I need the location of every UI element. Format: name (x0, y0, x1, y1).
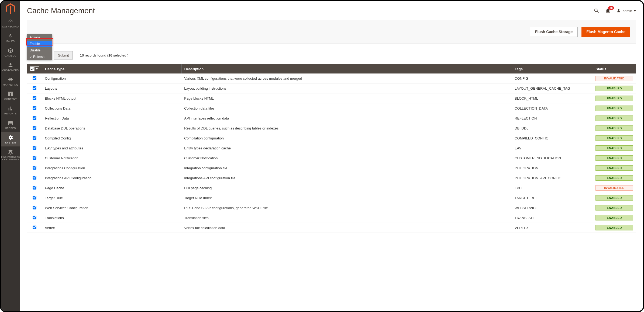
sidebar-item-sales[interactable]: SALES (1, 30, 20, 45)
table-row: LayoutsLayout building instructionsLAYOU… (27, 83, 636, 93)
main-content: Cache Management 38 admin Flush Cache St… (20, 1, 643, 311)
cell-cache-type: Database DDL operations (42, 123, 182, 133)
records-found-text: 16 records found (16 selected ) (80, 53, 128, 57)
submit-button[interactable]: Submit (54, 51, 73, 59)
cell-description: Layout building instructions (181, 83, 512, 93)
cell-description: Page blocks HTML (181, 93, 512, 103)
sidebar-label: MARKETING (3, 84, 18, 86)
sidebar-item-system[interactable]: SYSTEM (1, 132, 20, 146)
cell-tags: COMPILED_CONFIG (512, 133, 593, 143)
row-checkbox[interactable] (33, 196, 36, 199)
cell-cache-type: Vertex (42, 223, 182, 233)
cell-description: API interfaces reflection data (181, 113, 512, 123)
row-checkbox[interactable] (33, 206, 36, 209)
flush-cache-storage-button[interactable]: Flush Cache Storage (530, 27, 578, 37)
row-checkbox[interactable] (33, 226, 36, 229)
chart-icon (8, 106, 13, 111)
row-checkbox[interactable] (33, 106, 36, 110)
cell-description: Vertex tax calculation data (181, 223, 512, 233)
cell-description: Integration configuration file (181, 163, 512, 173)
cell-cache-type: Blocks HTML output (42, 93, 182, 103)
notification-badge: 38 (608, 6, 614, 10)
row-checkbox[interactable] (33, 136, 36, 140)
notifications-icon[interactable]: 38 (605, 8, 611, 14)
row-checkbox[interactable] (33, 166, 36, 170)
search-icon[interactable] (594, 8, 600, 14)
row-checkbox[interactable] (33, 176, 36, 180)
status-badge: ENABLED (595, 86, 633, 91)
sidebar-item-customers[interactable]: CUSTOMERS (1, 59, 20, 74)
box-icon (8, 48, 13, 54)
cell-description: Collection data files (181, 103, 512, 113)
sidebar-label: CONTENT (4, 98, 17, 101)
cell-cache-type: Layouts (42, 83, 182, 93)
table-row: Database DDL operationsResults of DDL qu… (27, 123, 636, 133)
sidebar-item-find-partners-extensions[interactable]: FIND PARTNERS & EXTENSIONS (1, 146, 20, 163)
row-checkbox[interactable] (33, 86, 36, 90)
page-actions: Flush Cache Storage Flush Magento Cache (27, 20, 636, 44)
cell-tags: EAV (512, 143, 593, 153)
action-option-enable[interactable]: Enable (27, 41, 52, 47)
status-badge: ENABLED (595, 145, 633, 151)
row-checkbox[interactable] (33, 76, 36, 80)
select-all-header[interactable] (27, 64, 42, 73)
col-cache-type[interactable]: Cache Type (42, 64, 182, 73)
cell-tags: TRANSLATE (512, 213, 593, 223)
cell-tags: VERTEX (512, 223, 593, 233)
status-badge: ENABLED (595, 215, 633, 220)
cache-grid: Cache Type Description Tags Status Confi… (27, 64, 636, 233)
cell-tags: COLLECTION_DATA (512, 103, 593, 113)
row-checkbox[interactable] (33, 216, 36, 219)
actions-dropdown[interactable]: Actions EnableDisable✓Refresh (27, 34, 52, 60)
cell-tags: FPC (512, 183, 593, 193)
cell-cache-type: Reflection Data (42, 113, 182, 123)
cell-description: Full page caching (181, 183, 512, 193)
row-checkbox[interactable] (33, 96, 36, 100)
table-row: Page CacheFull page cachingFPCINVALIDATE… (27, 183, 636, 193)
sidebar-item-reports[interactable]: REPORTS (1, 103, 20, 117)
cell-description: REST and SOAP configurations, generated … (181, 203, 512, 213)
stack-icon (8, 149, 13, 155)
sidebar-item-content[interactable]: CONTENT (1, 88, 20, 103)
sidebar-label: CUSTOMERS (2, 69, 19, 72)
status-badge: INVALIDATED (595, 76, 633, 81)
dashboard-icon (8, 19, 13, 24)
sidebar-label: DASHBOARD (2, 26, 19, 28)
cell-cache-type: Customer Notification (42, 153, 182, 163)
cell-tags: CUSTOMER_NOTIFICATION (512, 153, 593, 163)
action-option-disable[interactable]: Disable (27, 47, 52, 54)
grid-toolbar: Actions EnableDisable✓Refresh Submit 16 … (27, 51, 636, 59)
sidebar-item-catalog[interactable]: CATALOG (1, 45, 20, 59)
col-status[interactable]: Status (593, 64, 636, 73)
table-row: VertexVertex tax calculation dataVERTEXE… (27, 223, 636, 233)
cell-description: Target Rule Index (181, 193, 512, 203)
flush-magento-cache-button[interactable]: Flush Magento Cache (581, 27, 630, 37)
sidebar-label: CATALOG (5, 55, 16, 57)
row-checkbox[interactable] (33, 156, 36, 160)
row-checkbox[interactable] (33, 126, 36, 130)
table-row: Compiled ConfigCompilation configuration… (27, 133, 636, 143)
status-badge: INVALIDATED (595, 185, 633, 191)
dollar-icon (8, 33, 13, 39)
action-option-refresh[interactable]: ✓Refresh (27, 54, 52, 60)
row-checkbox[interactable] (33, 116, 36, 120)
cell-description: Customer Notification (181, 153, 512, 163)
sidebar-item-stores[interactable]: STORES (1, 117, 20, 132)
sidebar-item-marketing[interactable]: MARKETING (1, 74, 20, 89)
caret-down-icon (634, 10, 636, 12)
row-checkbox[interactable] (33, 146, 36, 150)
user-menu[interactable]: admin (616, 8, 636, 13)
cell-tags: LAYOUT_GENERAL_CACHE_TAG (512, 83, 593, 93)
table-row: Integrations API ConfigurationIntegratio… (27, 173, 636, 183)
col-tags[interactable]: Tags (512, 64, 593, 73)
cell-cache-type: Integrations API Configuration (42, 173, 182, 183)
col-description[interactable]: Description (181, 64, 512, 73)
sidebar-item-dashboard[interactable]: DASHBOARD (1, 16, 20, 30)
cell-tags: TARGET_RULE (512, 193, 593, 203)
row-checkbox[interactable] (33, 186, 36, 190)
cell-tags: WEBSERVICE (512, 203, 593, 213)
megaphone-icon (8, 77, 13, 83)
status-badge: ENABLED (595, 135, 633, 141)
cell-tags: INTEGRATION_API_CONFIG (512, 173, 593, 183)
magento-logo[interactable] (1, 1, 20, 16)
